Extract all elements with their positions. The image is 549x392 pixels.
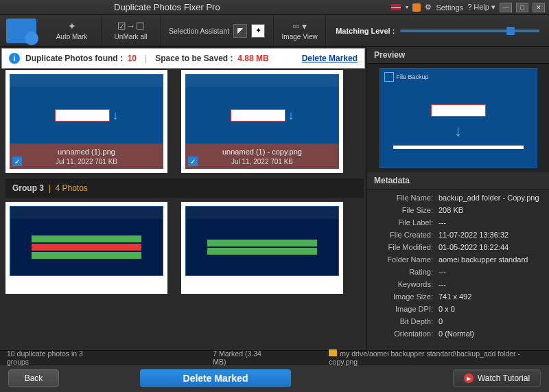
info-bar: i Duplicate Photos found : 10 | Space to… — [1, 48, 365, 69]
play-icon: ▶ — [464, 373, 474, 383]
status-path: my drive/aomei backupper standard\backup… — [329, 349, 542, 366]
thumb-image — [10, 206, 163, 276]
space-label: Space to be Saved : — [155, 54, 233, 63]
thumbnails-scroll[interactable]: ↓ unnamed (1).png Jul 11, 2022 701 KB ✓ … — [0, 70, 366, 350]
back-button[interactable]: Back — [8, 369, 59, 387]
status-bar: 10 duplicate photos in 3 groups 7 Marked… — [0, 350, 549, 364]
titlebar: Duplicate Photos Fixer Pro ▾ ⚙ Settings … — [0, 0, 549, 15]
preview-image[interactable]: File Backup ↓ — [379, 68, 537, 168]
meta-dpi: 0 x 0 — [433, 305, 541, 313]
image-view-button[interactable]: ▫▫ ▾ Image View — [274, 15, 326, 46]
folder-icon — [329, 349, 337, 356]
footer: Back Delete Marked ▶ Watch Tutorial — [0, 364, 549, 392]
preview-header: Preview — [367, 47, 549, 64]
unmark-button[interactable]: ☑→☐ UnMark all — [102, 15, 161, 46]
wand-icon: ✦ — [68, 21, 76, 32]
found-count: 10 — [128, 54, 137, 63]
app-logo — [0, 15, 43, 46]
thumb-image: ↓ — [185, 74, 339, 144]
thumb-checkbox[interactable]: ✓ — [12, 157, 22, 166]
selection-assistant: Selection Assistant ◤ ✦ — [161, 15, 274, 46]
main-area: i Duplicate Photos found : 10 | Space to… — [0, 47, 549, 350]
dropdown-icon: ▾ — [406, 4, 408, 10]
thumb-image: ↓ — [10, 74, 163, 144]
uncheck-icon: ☑→☐ — [117, 21, 145, 32]
right-pane: Preview File Backup ↓ Metadata File Name… — [366, 47, 549, 350]
status-marked: 7 Marked (3.34 MB) — [213, 349, 274, 366]
settings-link[interactable]: Settings — [436, 3, 463, 12]
meta-keywords: --- — [433, 280, 541, 288]
app-title: Duplicate Photos Fixer Pro — [4, 2, 390, 12]
thumb-meta: Jul 11, 2022 701 KB — [10, 158, 163, 165]
found-label: Duplicate Photos found : — [25, 54, 123, 63]
grid-icon: ▫▫ ▾ — [292, 21, 307, 32]
matching-level-slider[interactable] — [400, 30, 539, 32]
results-pane: i Duplicate Photos found : 10 | Space to… — [0, 47, 366, 350]
thumb-image — [185, 206, 339, 276]
group-header[interactable]: Group 3 | 4 Photos — [5, 178, 364, 198]
selassist-tool-2[interactable]: ✦ — [251, 24, 265, 38]
meta-bitdepth: 0 — [433, 317, 541, 325]
selassist-tool-1[interactable]: ◤ — [233, 24, 247, 38]
preview-box: File Backup ↓ — [367, 64, 549, 172]
thumb-item[interactable]: ↓ unnamed (1).png Jul 11, 2022 701 KB ✓ — [5, 70, 167, 173]
status-summary: 10 duplicate photos in 3 groups — [7, 349, 103, 366]
toolbar: ✦ Auto Mark ☑→☐ UnMark all Selection Ass… — [0, 15, 549, 47]
meta-rating: --- — [433, 268, 541, 276]
close-button[interactable]: ✕ — [533, 3, 545, 12]
meta-modified: 01-05-2022 18:22:44 — [433, 243, 541, 251]
matching-level: Matching Level : — [326, 15, 549, 46]
meta-folder: aomei backupper standard — [433, 255, 541, 264]
delete-marked-button[interactable]: Delete Marked — [140, 369, 291, 387]
watch-tutorial-button[interactable]: ▶ Watch Tutorial — [453, 369, 541, 387]
minimize-button[interactable]: — — [500, 3, 512, 12]
meta-filename: backup_add folder - Copy.png — [433, 194, 541, 202]
meta-orient: 0 (Normal) — [433, 330, 541, 338]
meta-created: 11-07-2022 13:36:32 — [433, 231, 541, 239]
info-icon: i — [9, 53, 20, 64]
thumb-meta: Jul 11, 2022 701 KB — [185, 158, 339, 165]
metadata-list[interactable]: File Name:backup_add folder - Copy.png F… — [367, 189, 549, 350]
meta-filesize: 208 KB — [433, 206, 541, 214]
notification-icon[interactable] — [412, 3, 421, 12]
maximize-button[interactable]: □ — [516, 3, 528, 12]
automark-button[interactable]: ✦ Auto Mark — [43, 15, 102, 46]
thumb-checkbox[interactable]: ✓ — [188, 157, 198, 166]
meta-filelabel: --- — [433, 218, 541, 227]
thumb-item[interactable]: ↓ unnamed (1) - copy.png Jul 11, 2022 70… — [181, 70, 343, 173]
help-link[interactable]: ? Help ▾ — [467, 3, 495, 12]
gear-icon: ⚙ — [425, 3, 432, 12]
thumb-name: unnamed (1).png — [10, 148, 163, 156]
thumb-name: unnamed (1) - copy.png — [185, 148, 339, 156]
space-value: 4.88 MB — [237, 54, 268, 63]
flag-icon[interactable] — [390, 3, 401, 11]
thumb-item[interactable] — [181, 202, 343, 294]
thumb-item[interactable] — [5, 202, 167, 294]
meta-imgsize: 741 x 492 — [433, 292, 541, 301]
metadata-header: Metadata — [367, 172, 549, 189]
delete-marked-link[interactable]: Delete Marked — [302, 54, 358, 63]
